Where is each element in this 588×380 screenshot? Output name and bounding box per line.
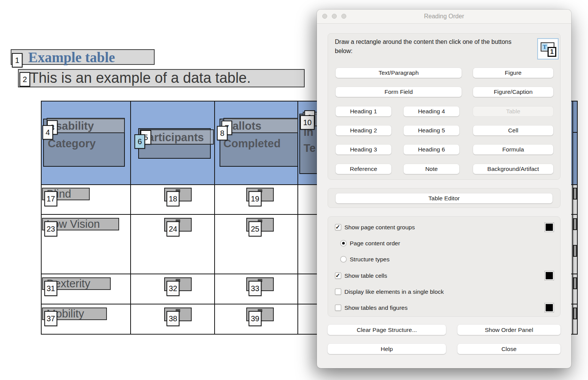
order-tag-paragraph[interactable]: 2 bbox=[19, 72, 30, 87]
order-tag[interactable]: 18 bbox=[166, 191, 179, 206]
table-header-cell-text: Category bbox=[48, 137, 96, 150]
content-group-overlay bbox=[573, 218, 577, 230]
note-button[interactable]: Note bbox=[404, 164, 459, 174]
heading-4-button[interactable]: Heading 4 bbox=[404, 106, 459, 116]
reference-button[interactable]: Reference bbox=[336, 164, 391, 174]
dialog-titlebar[interactable]: Reading Order bbox=[317, 10, 571, 24]
order-tag[interactable]: 38 bbox=[166, 311, 179, 326]
order-tag[interactable]: 37 bbox=[44, 311, 57, 326]
tables-figures-color-swatch[interactable] bbox=[545, 303, 554, 312]
screen: Example table 1 This is an example of a … bbox=[0, 0, 588, 380]
order-tag[interactable]: 10 bbox=[300, 115, 315, 130]
content-group-overlay bbox=[573, 277, 577, 289]
order-tag[interactable]: 24 bbox=[166, 221, 179, 237]
show-tables-figures-label: Show tables and figures bbox=[344, 304, 407, 311]
table-grid-line bbox=[572, 132, 578, 133]
content-groups-color-swatch[interactable] bbox=[545, 223, 554, 232]
reading-order-tool-icon: T 1 bbox=[537, 38, 559, 60]
order-tag[interactable]: 23 bbox=[44, 221, 57, 237]
table-grid-line bbox=[130, 101, 131, 335]
formula-button[interactable]: Formula bbox=[473, 145, 553, 155]
figure-caption-button[interactable]: Figure/Caption bbox=[473, 87, 553, 97]
structure-types-radio[interactable] bbox=[340, 256, 347, 262]
document-paragraph: This is an example of a data table. bbox=[30, 70, 251, 86]
reading-order-dialog: Reading Order Draw a rectangle around th… bbox=[317, 10, 571, 368]
heading-1-button[interactable]: Heading 1 bbox=[336, 106, 391, 116]
table-editor-panel: Table Editor bbox=[328, 188, 561, 208]
order-tag[interactable]: 33 bbox=[249, 281, 262, 296]
letter-t-glyph: T bbox=[542, 43, 548, 50]
page-content-order-radio[interactable] bbox=[340, 240, 347, 246]
number-one-glyph: 1 bbox=[548, 47, 556, 57]
cell-button[interactable]: Cell bbox=[473, 126, 553, 135]
order-tag[interactable]: 25 bbox=[249, 221, 262, 237]
table-grid-line bbox=[297, 101, 298, 335]
clear-page-structure-button[interactable]: Clear Page Structure... bbox=[328, 325, 446, 335]
order-tag[interactable]: 39 bbox=[249, 311, 262, 326]
text-paragraph-button[interactable]: Text/Paragraph bbox=[336, 68, 462, 78]
show-table-cells-label: Show table cells bbox=[344, 272, 387, 279]
order-tag[interactable]: 31 bbox=[44, 281, 57, 296]
order-tag[interactable]: 4 bbox=[42, 125, 53, 140]
show-table-cells-checkbox[interactable] bbox=[335, 272, 341, 279]
form-field-button[interactable]: Form Field bbox=[336, 87, 462, 97]
display-single-block-checkbox[interactable] bbox=[335, 288, 341, 295]
heading-2-button[interactable]: Heading 2 bbox=[336, 126, 391, 135]
content-group-overlay bbox=[573, 245, 577, 257]
show-order-panel-button[interactable]: Show Order Panel bbox=[457, 325, 561, 335]
table-button: Table bbox=[473, 106, 553, 116]
show-tables-figures-checkbox[interactable] bbox=[335, 304, 341, 311]
content-group-overlay bbox=[573, 308, 577, 319]
close-button[interactable]: Close bbox=[457, 344, 561, 354]
display-single-block-label: Display like elements in a single block bbox=[344, 288, 444, 295]
table-grid-line bbox=[41, 101, 42, 335]
table-editor-button[interactable]: Table Editor bbox=[336, 193, 552, 203]
paragraph-highlight-box: This is an example of a data table. bbox=[18, 69, 305, 87]
show-page-content-groups-checkbox[interactable] bbox=[335, 224, 341, 230]
table-grid-line bbox=[572, 101, 573, 335]
order-tag[interactable]: 32 bbox=[166, 281, 179, 296]
table-header-cell-text: Te bbox=[304, 142, 316, 155]
order-tag-selected[interactable]: 6 bbox=[134, 134, 145, 149]
heading-5-button[interactable]: Heading 5 bbox=[404, 126, 459, 135]
table-grid-line bbox=[214, 101, 215, 335]
table-grid-line bbox=[577, 101, 578, 335]
structure-buttons-panel: Draw a rectangle around the content then… bbox=[328, 33, 561, 180]
heading-6-button[interactable]: Heading 6 bbox=[404, 145, 459, 155]
help-button[interactable]: Help bbox=[328, 344, 446, 354]
page-content-order-label: Page content order bbox=[350, 240, 400, 247]
heading-highlight-box: Example table bbox=[11, 49, 155, 65]
instruction-text: Draw a rectangle around the content then… bbox=[335, 37, 514, 56]
dialog-title: Reading Order bbox=[317, 13, 571, 20]
show-page-content-groups-label: Show page content groups bbox=[344, 224, 415, 231]
order-tag-heading[interactable]: 1 bbox=[12, 53, 23, 68]
table-cells-color-swatch[interactable] bbox=[545, 271, 554, 280]
background-artifact-button[interactable]: Background/Artifact bbox=[473, 164, 553, 174]
structure-types-label: Structure types bbox=[350, 256, 389, 263]
figure-button[interactable]: Figure bbox=[473, 68, 553, 78]
order-tag[interactable]: 19 bbox=[249, 191, 262, 206]
options-panel: Show page content groups Page content or… bbox=[328, 216, 561, 317]
order-tag[interactable]: 8 bbox=[217, 126, 228, 140]
table-header-cell-text: Completed bbox=[223, 137, 281, 150]
content-group-overlay bbox=[573, 188, 577, 200]
document-heading: Example table bbox=[28, 49, 115, 66]
heading-3-button[interactable]: Heading 3 bbox=[336, 145, 391, 155]
order-tag[interactable]: 17 bbox=[44, 191, 57, 206]
